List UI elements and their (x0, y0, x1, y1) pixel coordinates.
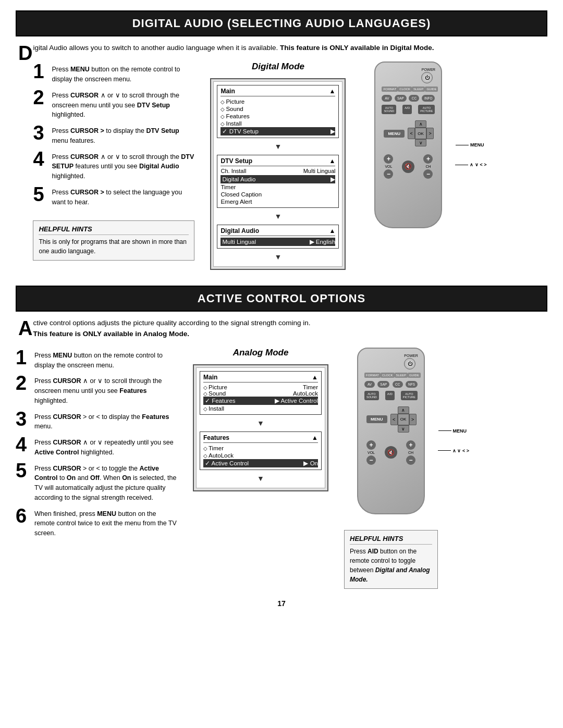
nav-right[interactable]: > (426, 128, 434, 139)
format-btn-2[interactable]: FORMAT (364, 373, 381, 378)
step-2-5: 5 Press CURSOR > or < to toggle the Acti… (16, 461, 177, 503)
menu-btn-2[interactable]: MENU (366, 415, 387, 423)
step-text-2-4: Press CURSOR ∧ or ∨ repeatedly until you… (34, 435, 177, 458)
step-num-2: 2 (33, 88, 47, 107)
screen1-main-panel: Main ▲ ◇Picture ◇Sound ◇Features ◇Instal… (217, 85, 339, 138)
sleep-btn[interactable]: SLEEP (412, 87, 425, 92)
nav-label-text-2: ∧ ∨ < > (452, 448, 469, 453)
step-text-2-3: Press CURSOR > or < to display the Featu… (34, 409, 177, 432)
vol-down-btn-2[interactable]: − (366, 455, 376, 465)
step-text-4: Press CURSOR ∧ or ∨ to scroll through th… (52, 149, 194, 181)
sap-btn-2[interactable]: SAP (377, 381, 389, 388)
ch-label: CH (425, 165, 431, 168)
screen2-1-title: Main▲ (203, 374, 318, 382)
screen2-1-arrow: ▼ (197, 418, 325, 428)
auto-picture-btn[interactable]: AUTOPICTURE (418, 105, 435, 114)
power-area-2: POWER ⏻ (404, 354, 418, 371)
screen1-item-sound: ◇Sound (221, 105, 335, 113)
screen2-arrow: ▼ (214, 211, 342, 221)
nav-ok[interactable]: OK (415, 128, 426, 139)
screen3-arrow: ▼ (214, 252, 342, 266)
screen3-item-multilingual: Multi Lingual ▶ English (221, 238, 335, 246)
auto-picture-btn-2[interactable]: AUTOPICTURE (401, 391, 418, 400)
ad-btn[interactable]: A/D (402, 105, 412, 114)
row3-btns: AUTOSOUND A/D AUTOPICTURE (380, 105, 437, 114)
step-1-1: 1 Press MENU button on the remote contro… (33, 61, 194, 84)
ch-up-btn[interactable]: + (423, 154, 433, 164)
mute-btn-2[interactable]: 🔇 (385, 446, 397, 459)
guide-btn[interactable]: GUIDE (425, 87, 438, 92)
vol-up-btn-2[interactable]: + (366, 440, 376, 450)
sap-btn[interactable]: SAP (395, 95, 407, 102)
info-btn-2[interactable]: NFS (406, 381, 418, 388)
vol-up-btn[interactable]: + (384, 154, 393, 164)
screen2-2-autolock: ◇AutoLock (203, 452, 318, 459)
menu-cluster-2: MENU (366, 415, 387, 423)
nav-left-2[interactable]: < (390, 414, 398, 425)
step-text-3: Press CURSOR > to display the DTV Setup … (52, 123, 194, 146)
nav-down-2[interactable]: ∨ (398, 425, 409, 433)
screen2-item-timer: Timer (221, 183, 335, 191)
cc-btn[interactable]: CC (409, 95, 419, 102)
step-num-2-5: 5 (16, 461, 30, 480)
auto-sound-btn-2[interactable]: AUTOSOUND (364, 391, 379, 400)
clock-btn[interactable]: CLOCK (398, 87, 412, 92)
step-text-2-5: Press CURSOR > or < to toggle the Active… (34, 461, 177, 503)
nav-ok-2[interactable]: OK (398, 414, 409, 425)
clock-btn-2[interactable]: CLOCK (381, 373, 395, 378)
av-btn[interactable]: AV (382, 95, 392, 102)
step-2-2: 2 Press CURSOR ∧ or ∨ to scroll through … (16, 373, 177, 405)
step-num-2-3: 3 (16, 409, 30, 429)
nav-up[interactable]: ∧ (415, 120, 426, 128)
top-btn-row-2: FORMAT CLOCK SLEEP GUIDE (362, 373, 420, 378)
av-btn-2[interactable]: AV (364, 381, 375, 388)
vol-down-btn[interactable]: − (384, 169, 393, 179)
screen2-item-closed: Closed Caption (221, 191, 335, 198)
screen2-1-features-row: ✓ Features ▶ Active Control (203, 397, 318, 405)
format-btn[interactable]: FORMAT (382, 87, 398, 92)
drop-cap-a: A (18, 319, 32, 337)
screen2-item-digital-audio: Digital Audio▶ (221, 175, 335, 183)
menu-label-line (456, 145, 469, 145)
ch-down-btn-2[interactable]: − (406, 455, 415, 465)
ch-up-btn-2[interactable]: + (406, 440, 415, 450)
section2-intro-bold: This feature is ONLY available in Analog… (33, 330, 189, 338)
screen2-2-features-panel: Features▲ ◇Timer ◇AutoLock ✓ Active Cont… (200, 431, 322, 470)
power-button[interactable]: ⏻ (421, 72, 433, 83)
section1-tv-screen: Main ▲ ◇Picture ◇Sound ◇Features ◇Instal… (213, 81, 342, 267)
sleep-btn-2[interactable]: SLEEP (395, 373, 408, 378)
vol-mute-ch: + VOL − 🔇 + CH − (380, 154, 437, 179)
screen2-1-picture-row: ◇Picture Timer (203, 384, 318, 390)
step-1-4: 4 Press CURSOR ∧ or ∨ to scroll through … (33, 149, 194, 181)
nav-mid-row-2: < OK > (390, 414, 417, 425)
section1-mode-title: Digital Mode (252, 61, 304, 72)
step-text-2-6: When finished, press MENU button on the … (34, 506, 177, 538)
power-label-2: POWER (404, 354, 418, 357)
section2-hints-text: Press AID button on the remote control t… (350, 547, 432, 584)
nav-right-2[interactable]: > (409, 414, 417, 425)
screen2-item-emerg: Emerg Alert (221, 198, 335, 205)
info-btn[interactable]: INFO (422, 95, 435, 102)
power-area: POWER ⏻ (421, 68, 435, 84)
nav-label-line (455, 165, 468, 165)
power-button-2[interactable]: ⏻ (404, 358, 415, 369)
nav-left[interactable]: < (408, 128, 415, 139)
step-num-2-4: 4 (16, 435, 30, 454)
nav-label-line-2 (438, 450, 451, 451)
section1-intro-text: igital Audio allows you to switch to ano… (33, 44, 278, 52)
ch-down-btn[interactable]: − (423, 169, 433, 179)
section2-hints-title: HELPFUL HINTS (350, 535, 432, 545)
cc-btn-2[interactable]: CC (393, 381, 403, 388)
section2-intro: A ctive control options adjusts the pict… (16, 318, 547, 339)
mute-btn[interactable]: 🔇 (402, 161, 414, 173)
menu-btn[interactable]: MENU (384, 130, 405, 138)
guide-btn-2[interactable]: GUIDE (408, 373, 421, 378)
screen1-item-features: ◇Features (221, 113, 335, 120)
nav-down[interactable]: ∨ (415, 139, 426, 146)
section2-intro-text: ctive control options adjusts the pictur… (33, 319, 310, 327)
nav-up-2[interactable]: ∧ (398, 406, 409, 414)
step-text-2: Press CURSOR ∧ or ∨ to scroll through th… (52, 88, 194, 120)
ad-btn-2[interactable]: A/D (385, 391, 395, 400)
screen1-arrow: ▼ (214, 141, 342, 152)
auto-sound-btn[interactable]: AUTOSOUND (382, 105, 396, 114)
